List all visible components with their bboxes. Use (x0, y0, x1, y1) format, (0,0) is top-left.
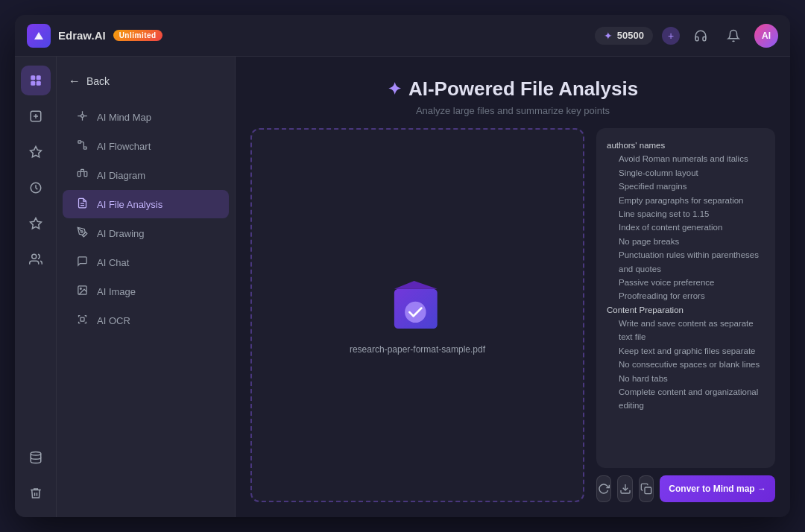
svg-rect-27 (645, 487, 651, 494)
nav-item-chat[interactable]: AI Chat (63, 248, 229, 276)
nav-label-image: AI Image (97, 286, 136, 297)
file-name: research-paper-format-sample.pdf (350, 344, 485, 355)
file-icon (388, 276, 447, 335)
result-item: authors' names (607, 139, 765, 152)
nav-sidebar: ← Back AI Mind Map (57, 57, 236, 517)
result-item: No page breaks (607, 235, 765, 248)
result-item: Complete content and organizational edit… (607, 385, 765, 413)
result-item: Single-column layout (607, 166, 765, 180)
download-button[interactable] (617, 475, 632, 502)
title-bar: Edraw.AI Unlimited ✦ 50500 + (15, 15, 790, 57)
svg-point-20 (80, 231, 83, 233)
sidebar-star-icon[interactable] (21, 209, 51, 238)
svg-point-11 (31, 452, 41, 456)
panel-body: research-paper-format-sample.pdf authors… (236, 128, 790, 517)
app-window: Edraw.AI Unlimited ✦ 50500 + (15, 15, 790, 517)
svg-rect-13 (78, 141, 80, 143)
convert-button[interactable]: Conver to Mind map → (660, 475, 775, 502)
result-item: Empty paragraphs for separation (607, 194, 765, 207)
svg-rect-1 (36, 75, 40, 80)
nav-item-diagram[interactable]: AI Diagram (63, 161, 229, 189)
file-analysis-icon (75, 197, 89, 211)
diagram-icon (75, 168, 89, 182)
panel-header: ✦ AI-Powered File Analysis Analyze large… (236, 57, 790, 128)
svg-point-12 (80, 115, 83, 118)
nav-item-drawing[interactable]: AI Drawing (63, 219, 229, 247)
nav-label-chat: AI Chat (97, 257, 129, 268)
panel-title-text: AI-Powered File Analysis (408, 77, 638, 101)
nav-label-file-analysis: AI File Analysis (97, 199, 162, 210)
flowchart-icon (75, 139, 89, 153)
result-item: Line spacing set to 1.15 (607, 207, 765, 221)
sparkle-icon: ✦ (388, 80, 401, 99)
result-item: Avoid Roman numerals and italics (607, 152, 765, 165)
bell-icon[interactable] (722, 24, 745, 48)
result-item: No hard tabs (607, 372, 765, 385)
back-button[interactable]: ← Back (57, 69, 235, 94)
sidebar-home-icon[interactable] (21, 66, 51, 95)
points-value: 50500 (617, 30, 644, 41)
svg-rect-23 (80, 317, 84, 321)
svg-point-25 (405, 302, 426, 323)
nav-item-flowchart[interactable]: AI Flowchart (63, 132, 229, 160)
nav-item-ocr[interactable]: AI OCR (63, 306, 229, 335)
nav-label-diagram: AI Diagram (97, 170, 145, 181)
svg-rect-17 (84, 171, 87, 176)
sidebar-storage-icon[interactable] (21, 443, 51, 472)
icon-sidebar (15, 57, 57, 517)
nav-item-mind-map[interactable]: AI Mind Map (63, 103, 229, 131)
sidebar-ai-icon[interactable] (21, 137, 51, 167)
image-icon (75, 285, 89, 298)
headset-icon[interactable] (689, 24, 713, 48)
add-points-button[interactable]: + (662, 27, 680, 45)
svg-marker-9 (30, 218, 41, 229)
result-item: Proofreading for errors (607, 289, 765, 303)
svg-rect-14 (83, 147, 86, 149)
back-arrow-icon: ← (69, 75, 80, 88)
svg-rect-3 (36, 81, 40, 86)
app-name: Edraw.AI (58, 29, 106, 42)
nav-label-mind-map: AI Mind Map (97, 112, 151, 123)
refresh-button[interactable] (596, 475, 611, 502)
title-bar-right: ✦ 50500 + AI (595, 24, 778, 48)
convert-label: Conver to Mind map → (669, 484, 766, 494)
nav-label-ocr: AI OCR (97, 315, 130, 326)
points-display: ✦ 50500 (595, 27, 653, 45)
nav-label-flowchart: AI Flowchart (97, 141, 151, 152)
logo-icon (27, 24, 51, 48)
svg-rect-0 (31, 75, 35, 80)
unlimited-badge: Unlimited (113, 30, 162, 41)
title-bar-left: Edraw.AI Unlimited (27, 24, 162, 48)
result-item: Specified margins (607, 180, 765, 193)
drawing-icon (75, 227, 89, 240)
result-item: Content Preparation (607, 303, 765, 317)
points-icon: ✦ (604, 30, 613, 42)
main-content: ← Back AI Mind Map (15, 57, 790, 517)
sidebar-add-icon[interactable] (21, 101, 51, 131)
avatar[interactable]: AI (754, 24, 778, 48)
nav-item-file-analysis[interactable]: AI File Analysis (63, 190, 229, 218)
sidebar-history-icon[interactable] (21, 173, 51, 203)
ocr-icon (75, 314, 89, 327)
chat-icon (75, 256, 89, 269)
svg-point-22 (80, 288, 81, 289)
svg-rect-16 (80, 169, 83, 171)
upload-area[interactable]: research-paper-format-sample.pdf (250, 128, 584, 502)
copy-button[interactable] (639, 475, 654, 502)
panel-subtitle: Analyze large files and summarize key po… (250, 105, 775, 116)
result-item: Punctuation rules within parentheses and… (607, 248, 765, 276)
mind-map-icon (75, 110, 89, 124)
action-buttons: Conver to Mind map → (596, 475, 775, 502)
sidebar-trash-icon[interactable] (21, 478, 51, 508)
result-item: Write and save content as separate text … (607, 317, 765, 344)
results-panel: authors' namesAvoid Roman numerals and i… (596, 128, 775, 468)
sidebar-team-icon[interactable] (21, 244, 51, 274)
result-item: No consecutive spaces or blank lines (607, 358, 765, 371)
results-wrapper: authors' namesAvoid Roman numerals and i… (596, 128, 775, 502)
nav-label-drawing: AI Drawing (97, 228, 145, 239)
svg-rect-2 (31, 81, 35, 86)
panel-title: ✦ AI-Powered File Analysis (250, 77, 775, 101)
nav-item-image[interactable]: AI Image (63, 277, 229, 305)
back-label: Back (86, 75, 110, 87)
svg-rect-15 (78, 171, 80, 176)
